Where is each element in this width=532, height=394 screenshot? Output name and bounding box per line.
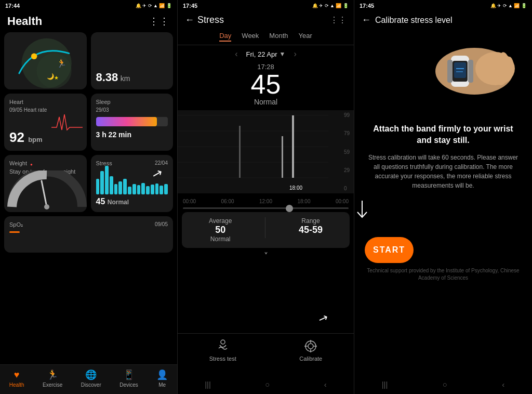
tab-month[interactable]: Month: [269, 31, 288, 42]
steps-unit: km: [121, 74, 130, 83]
health-nav-icon: ♥: [14, 370, 20, 380]
spo2-card[interactable]: SpO₂ 09/05: [4, 216, 173, 253]
calibrate-pointer-arrow: ↗: [316, 311, 330, 327]
health-menu-button[interactable]: ⋮⋮: [149, 16, 170, 27]
nav-exercise[interactable]: 🏃 Exercise: [43, 369, 62, 388]
svg-point-2: [31, 54, 37, 60]
sys-nav-menu-2[interactable]: |||: [205, 380, 211, 389]
next-date-button[interactable]: ›: [294, 49, 296, 59]
status-icons-2: 🔔 ✈ ⟳ ▲ 📶 🔋: [312, 3, 349, 8]
nav-health[interactable]: ♥ Health: [9, 370, 24, 388]
stress-detail-title: Stress: [197, 15, 224, 25]
scrubber-handle[interactable]: [286, 205, 293, 212]
date-dropdown-icon[interactable]: ▼: [280, 50, 286, 58]
status-bar-3: 17:45 🔔 ✈ ⟳ ▲ 📶 🔋: [354, 0, 532, 11]
spo2-date: 09/05: [155, 221, 168, 228]
health-card-grid: 🏃 🌙 ★ 8.38 km Heart 09/05 Heart rate: [0, 32, 177, 253]
nav-me[interactable]: 👤 Me: [156, 369, 168, 388]
status-bar-2: 17:45 🔔 ✈ ⟳ ▲ 📶 🔋: [178, 0, 354, 11]
prev-date-button[interactable]: ‹: [235, 49, 237, 59]
svg-point-16: [221, 340, 225, 344]
chart-x-labels: 00:00 06:00 12:00 18:00 00:00: [178, 198, 354, 205]
x-label-6: 06:00: [221, 199, 234, 204]
sys-nav-home-2[interactable]: ○: [265, 380, 270, 389]
back-button-2[interactable]: ← Stress: [185, 15, 224, 25]
sleep-label: Sleep: [96, 99, 168, 105]
calibrate-action[interactable]: Calibrate ↗: [299, 339, 322, 362]
stress-card[interactable]: Stress 22/04: [91, 155, 174, 212]
average-stat: Average 50 Normal: [209, 217, 232, 243]
stress-detail-menu[interactable]: ⋮⋮: [330, 15, 347, 25]
range-stat: Range 45-59: [299, 217, 323, 243]
expand-chevron[interactable]: ˅: [178, 248, 354, 264]
calibrate-header: ← Calibrate stress level: [354, 11, 532, 30]
wrist-illustration: [354, 30, 532, 113]
stress-test-action[interactable]: Stress test: [209, 339, 236, 362]
tab-week[interactable]: Week: [242, 31, 259, 42]
sleep-date: 29/03: [96, 107, 168, 113]
x-label-12: 12:00: [259, 199, 272, 204]
calibrate-main-text: Attach the band firmly to your wrist and…: [365, 123, 522, 147]
me-nav-label: Me: [158, 382, 166, 388]
sys-nav-back-3[interactable]: ‹: [502, 380, 504, 389]
sleep-card[interactable]: Sleep 29/03 3 h 22 min: [91, 94, 174, 151]
back-arrow-2: ←: [185, 15, 194, 25]
heart-value: 92 bpm: [9, 129, 43, 146]
stress-value: 45 Normal: [96, 197, 168, 206]
activity-card[interactable]: 🏃 🌙 ★: [4, 32, 87, 89]
health-title: Health: [7, 15, 42, 28]
weight-label: Weight: [9, 160, 27, 166]
spo2-label: SpO₂: [9, 221, 23, 228]
start-button[interactable]: START: [365, 237, 414, 263]
down-arrow-indicator: [354, 195, 532, 227]
average-label: Average: [209, 217, 232, 225]
date-navigation: ‹ Fri, 22 Apr ▼ ›: [178, 45, 354, 61]
time-1: 17:44: [5, 3, 20, 9]
weight-card[interactable]: Weight ● Stay on top of your weight: [4, 155, 87, 212]
health-nav-label: Health: [9, 382, 24, 388]
time-3: 17:45: [360, 3, 374, 9]
average-status: Normal: [209, 235, 232, 243]
scrubber-track[interactable]: [183, 207, 349, 209]
stat-divider: [265, 217, 265, 238]
x-label-18: 18:00: [297, 199, 310, 204]
nav-devices[interactable]: 📱 Devices: [119, 369, 138, 388]
back-arrow-3[interactable]: ←: [362, 15, 371, 25]
stress-stats-row: Average 50 Normal Range 45-59: [182, 212, 350, 248]
highlight-time-label: 18:00: [289, 185, 302, 191]
svg-point-18: [308, 344, 313, 349]
period-tabs: Day Week Month Year: [178, 28, 354, 45]
tab-year[interactable]: Year: [298, 31, 312, 42]
range-label: Range: [299, 217, 323, 225]
chart-y-labels: 99 79 59 29 0: [344, 110, 350, 193]
system-nav-2: ||| ○ ‹: [178, 377, 354, 394]
tab-day[interactable]: Day: [219, 31, 231, 42]
svg-text:🏃: 🏃: [57, 58, 67, 68]
nav-discover[interactable]: 🌐 Discover: [81, 369, 101, 388]
y-label-59: 59: [344, 149, 350, 155]
y-label-79: 79: [344, 130, 350, 136]
status-icons-3: 🔔 ✈ ⟳ ▲ 📶 🔋: [490, 3, 527, 8]
status-icons-1: 🔔 ✈ ⟳ ▲ 📶 🔋: [136, 3, 172, 8]
average-value: 50: [209, 225, 232, 235]
sys-nav-menu-3[interactable]: |||: [382, 380, 388, 389]
stress-detail-header: ← Stress ⋮⋮: [178, 11, 354, 28]
exercise-nav-label: Exercise: [43, 382, 62, 388]
svg-text:★: ★: [54, 75, 59, 81]
heart-card[interactable]: Heart 09/05 Heart rate 92 bpm: [4, 94, 87, 151]
svg-rect-32: [447, 60, 453, 83]
steps-card[interactable]: 8.38 km: [91, 32, 174, 89]
stress-detail-panel: 17:45 🔔 ✈ ⟳ ▲ 📶 🔋 ← Stress ⋮⋮ Day Week M…: [178, 0, 354, 394]
devices-nav-icon: 📱: [123, 369, 135, 380]
sleep-bar: [96, 117, 168, 126]
svg-rect-13: [239, 126, 241, 178]
sys-nav-home-3[interactable]: ○: [443, 380, 447, 389]
calibrate-footer: Technical support provided by the Instit…: [354, 267, 532, 282]
calibrate-label: Calibrate: [299, 356, 322, 362]
health-panel: 17:44 🔔 ✈ ⟳ ▲ 📶 🔋 Health ⋮⋮ 🏃 🌙 ★: [0, 0, 178, 394]
sleep-value: 3 h 22 min: [96, 130, 168, 139]
sys-nav-back-2[interactable]: ‹: [324, 380, 327, 389]
svg-rect-14: [282, 136, 283, 178]
steps-value: 8.38: [96, 71, 118, 84]
calibrate-title: Calibrate stress level: [375, 16, 453, 25]
